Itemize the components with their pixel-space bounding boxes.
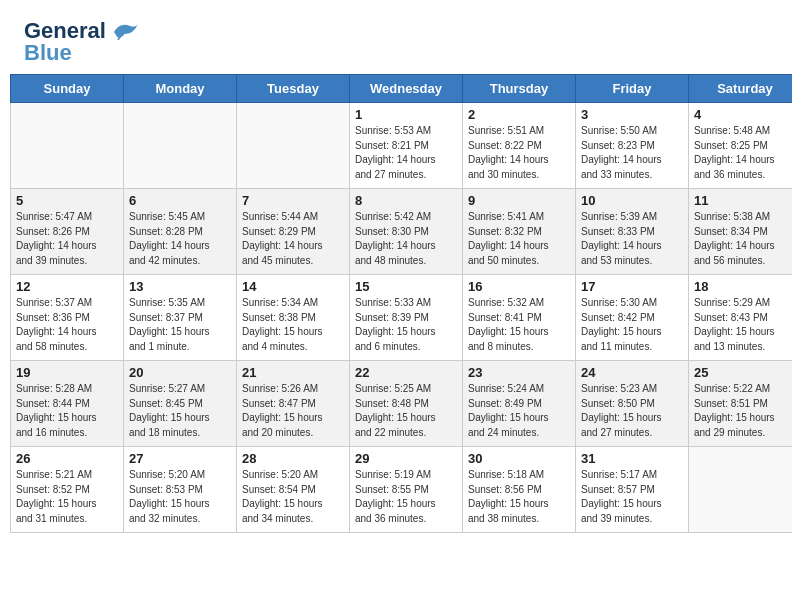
day-number: 5 (16, 193, 118, 208)
day-number: 30 (468, 451, 570, 466)
day-number: 3 (581, 107, 683, 122)
day-info: Sunrise: 5:24 AM Sunset: 8:49 PM Dayligh… (468, 382, 570, 440)
calendar-day-19: 19Sunrise: 5:28 AM Sunset: 8:44 PM Dayli… (11, 361, 124, 447)
calendar-day-23: 23Sunrise: 5:24 AM Sunset: 8:49 PM Dayli… (463, 361, 576, 447)
day-number: 22 (355, 365, 457, 380)
calendar-day-11: 11Sunrise: 5:38 AM Sunset: 8:34 PM Dayli… (689, 189, 793, 275)
page-header: General Blue (0, 0, 792, 74)
calendar-week-1: 1Sunrise: 5:53 AM Sunset: 8:21 PM Daylig… (11, 103, 793, 189)
calendar-day-2: 2Sunrise: 5:51 AM Sunset: 8:22 PM Daylig… (463, 103, 576, 189)
day-number: 31 (581, 451, 683, 466)
calendar-day-20: 20Sunrise: 5:27 AM Sunset: 8:45 PM Dayli… (124, 361, 237, 447)
calendar-empty-cell (237, 103, 350, 189)
calendar-day-16: 16Sunrise: 5:32 AM Sunset: 8:41 PM Dayli… (463, 275, 576, 361)
day-info: Sunrise: 5:29 AM Sunset: 8:43 PM Dayligh… (694, 296, 792, 354)
day-number: 16 (468, 279, 570, 294)
calendar-day-14: 14Sunrise: 5:34 AM Sunset: 8:38 PM Dayli… (237, 275, 350, 361)
day-number: 17 (581, 279, 683, 294)
day-number: 27 (129, 451, 231, 466)
day-number: 15 (355, 279, 457, 294)
day-info: Sunrise: 5:39 AM Sunset: 8:33 PM Dayligh… (581, 210, 683, 268)
day-info: Sunrise: 5:34 AM Sunset: 8:38 PM Dayligh… (242, 296, 344, 354)
calendar-day-22: 22Sunrise: 5:25 AM Sunset: 8:48 PM Dayli… (350, 361, 463, 447)
day-number: 6 (129, 193, 231, 208)
day-number: 21 (242, 365, 344, 380)
day-number: 28 (242, 451, 344, 466)
day-number: 18 (694, 279, 792, 294)
calendar-day-26: 26Sunrise: 5:21 AM Sunset: 8:52 PM Dayli… (11, 447, 124, 533)
day-info: Sunrise: 5:51 AM Sunset: 8:22 PM Dayligh… (468, 124, 570, 182)
weekday-header-friday: Friday (576, 75, 689, 103)
day-info: Sunrise: 5:45 AM Sunset: 8:28 PM Dayligh… (129, 210, 231, 268)
day-number: 14 (242, 279, 344, 294)
calendar-day-25: 25Sunrise: 5:22 AM Sunset: 8:51 PM Dayli… (689, 361, 793, 447)
day-number: 25 (694, 365, 792, 380)
day-number: 9 (468, 193, 570, 208)
calendar-day-9: 9Sunrise: 5:41 AM Sunset: 8:32 PM Daylig… (463, 189, 576, 275)
calendar-day-17: 17Sunrise: 5:30 AM Sunset: 8:42 PM Dayli… (576, 275, 689, 361)
day-info: Sunrise: 5:37 AM Sunset: 8:36 PM Dayligh… (16, 296, 118, 354)
day-number: 12 (16, 279, 118, 294)
weekday-header-thursday: Thursday (463, 75, 576, 103)
day-info: Sunrise: 5:42 AM Sunset: 8:30 PM Dayligh… (355, 210, 457, 268)
day-number: 8 (355, 193, 457, 208)
day-info: Sunrise: 5:47 AM Sunset: 8:26 PM Dayligh… (16, 210, 118, 268)
day-info: Sunrise: 5:32 AM Sunset: 8:41 PM Dayligh… (468, 296, 570, 354)
calendar-day-28: 28Sunrise: 5:20 AM Sunset: 8:54 PM Dayli… (237, 447, 350, 533)
day-number: 26 (16, 451, 118, 466)
day-number: 19 (16, 365, 118, 380)
calendar-day-13: 13Sunrise: 5:35 AM Sunset: 8:37 PM Dayli… (124, 275, 237, 361)
calendar-day-27: 27Sunrise: 5:20 AM Sunset: 8:53 PM Dayli… (124, 447, 237, 533)
day-number: 11 (694, 193, 792, 208)
day-info: Sunrise: 5:20 AM Sunset: 8:54 PM Dayligh… (242, 468, 344, 526)
weekday-header-row: SundayMondayTuesdayWednesdayThursdayFrid… (11, 75, 793, 103)
day-info: Sunrise: 5:22 AM Sunset: 8:51 PM Dayligh… (694, 382, 792, 440)
calendar-day-29: 29Sunrise: 5:19 AM Sunset: 8:55 PM Dayli… (350, 447, 463, 533)
day-info: Sunrise: 5:28 AM Sunset: 8:44 PM Dayligh… (16, 382, 118, 440)
day-info: Sunrise: 5:50 AM Sunset: 8:23 PM Dayligh… (581, 124, 683, 182)
calendar-empty-cell (689, 447, 793, 533)
weekday-header-saturday: Saturday (689, 75, 793, 103)
calendar-week-3: 12Sunrise: 5:37 AM Sunset: 8:36 PM Dayli… (11, 275, 793, 361)
calendar-day-1: 1Sunrise: 5:53 AM Sunset: 8:21 PM Daylig… (350, 103, 463, 189)
calendar-day-7: 7Sunrise: 5:44 AM Sunset: 8:29 PM Daylig… (237, 189, 350, 275)
logo: General Blue (24, 18, 140, 66)
day-number: 1 (355, 107, 457, 122)
day-number: 20 (129, 365, 231, 380)
day-info: Sunrise: 5:18 AM Sunset: 8:56 PM Dayligh… (468, 468, 570, 526)
weekday-header-monday: Monday (124, 75, 237, 103)
calendar-table: SundayMondayTuesdayWednesdayThursdayFrid… (10, 74, 792, 533)
logo-bird-icon (110, 20, 140, 42)
day-number: 7 (242, 193, 344, 208)
calendar-day-18: 18Sunrise: 5:29 AM Sunset: 8:43 PM Dayli… (689, 275, 793, 361)
calendar-empty-cell (11, 103, 124, 189)
day-info: Sunrise: 5:33 AM Sunset: 8:39 PM Dayligh… (355, 296, 457, 354)
calendar-day-15: 15Sunrise: 5:33 AM Sunset: 8:39 PM Dayli… (350, 275, 463, 361)
day-info: Sunrise: 5:30 AM Sunset: 8:42 PM Dayligh… (581, 296, 683, 354)
day-number: 24 (581, 365, 683, 380)
day-info: Sunrise: 5:27 AM Sunset: 8:45 PM Dayligh… (129, 382, 231, 440)
day-info: Sunrise: 5:21 AM Sunset: 8:52 PM Dayligh… (16, 468, 118, 526)
day-info: Sunrise: 5:23 AM Sunset: 8:50 PM Dayligh… (581, 382, 683, 440)
day-info: Sunrise: 5:53 AM Sunset: 8:21 PM Dayligh… (355, 124, 457, 182)
calendar-day-31: 31Sunrise: 5:17 AM Sunset: 8:57 PM Dayli… (576, 447, 689, 533)
weekday-header-sunday: Sunday (11, 75, 124, 103)
day-number: 23 (468, 365, 570, 380)
day-info: Sunrise: 5:25 AM Sunset: 8:48 PM Dayligh… (355, 382, 457, 440)
logo-blue-text: Blue (24, 40, 72, 66)
day-info: Sunrise: 5:26 AM Sunset: 8:47 PM Dayligh… (242, 382, 344, 440)
calendar-day-5: 5Sunrise: 5:47 AM Sunset: 8:26 PM Daylig… (11, 189, 124, 275)
calendar-day-3: 3Sunrise: 5:50 AM Sunset: 8:23 PM Daylig… (576, 103, 689, 189)
calendar-empty-cell (124, 103, 237, 189)
weekday-header-wednesday: Wednesday (350, 75, 463, 103)
calendar-day-12: 12Sunrise: 5:37 AM Sunset: 8:36 PM Dayli… (11, 275, 124, 361)
day-info: Sunrise: 5:38 AM Sunset: 8:34 PM Dayligh… (694, 210, 792, 268)
calendar-week-4: 19Sunrise: 5:28 AM Sunset: 8:44 PM Dayli… (11, 361, 793, 447)
day-info: Sunrise: 5:17 AM Sunset: 8:57 PM Dayligh… (581, 468, 683, 526)
day-info: Sunrise: 5:41 AM Sunset: 8:32 PM Dayligh… (468, 210, 570, 268)
calendar-day-21: 21Sunrise: 5:26 AM Sunset: 8:47 PM Dayli… (237, 361, 350, 447)
day-info: Sunrise: 5:20 AM Sunset: 8:53 PM Dayligh… (129, 468, 231, 526)
calendar-day-8: 8Sunrise: 5:42 AM Sunset: 8:30 PM Daylig… (350, 189, 463, 275)
calendar-day-30: 30Sunrise: 5:18 AM Sunset: 8:56 PM Dayli… (463, 447, 576, 533)
day-number: 13 (129, 279, 231, 294)
